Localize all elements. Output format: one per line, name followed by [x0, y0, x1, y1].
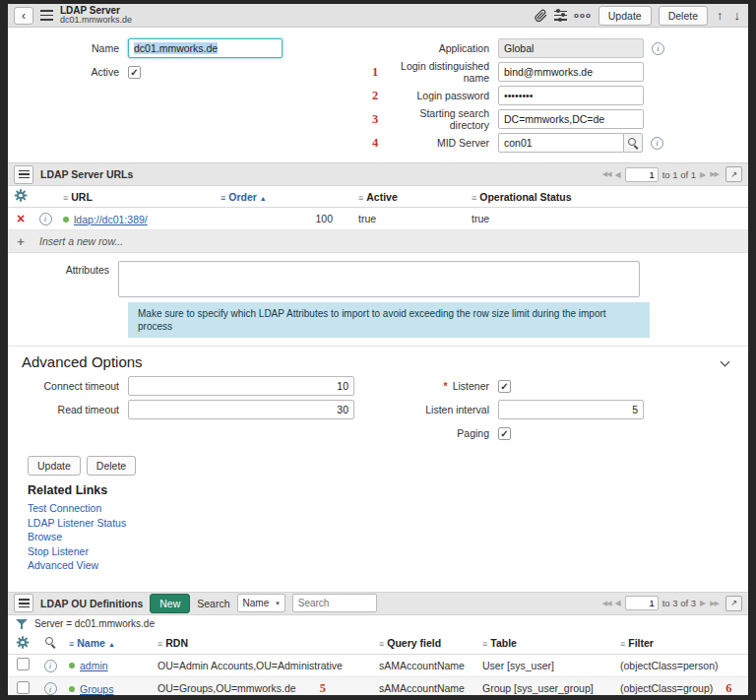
- row-info-icon[interactable]: i: [44, 682, 57, 695]
- ou-list-expand-button[interactable]: ↗: [725, 596, 742, 611]
- listen-interval-label: Listen interval: [388, 404, 498, 415]
- first-page-icon[interactable]: ◀◀: [602, 600, 611, 607]
- mid-server-info-icon[interactable]: i: [651, 137, 663, 150]
- column-menu-icon[interactable]: ≡: [158, 639, 162, 649]
- ou-name-link[interactable]: admin: [80, 660, 108, 671]
- ou-name-link[interactable]: Groups: [80, 683, 113, 695]
- urls-list-header: LDAP Server URLs ◀◀ ◀ to 1 of 1 ▶ ▶▶ ↗: [8, 162, 748, 186]
- row-checkbox[interactable]: [17, 658, 30, 670]
- order-column-header[interactable]: ≡Order▲: [215, 186, 352, 208]
- ou-list-title: LDAP OU Definitions: [40, 598, 143, 609]
- listener-checkbox[interactable]: ✓: [498, 380, 511, 393]
- row-checkbox[interactable]: [17, 681, 30, 694]
- advanced-options-header[interactable]: Advanced Options: [8, 347, 748, 370]
- search-label: Search: [197, 598, 229, 609]
- status-dot-icon: [63, 217, 69, 223]
- application-info-icon[interactable]: i: [652, 42, 664, 55]
- mid-server-lookup-button[interactable]: [623, 133, 643, 153]
- update-button[interactable]: Update: [598, 6, 652, 26]
- form-title-block: LDAP Server dc01.mmworks.de: [60, 5, 132, 26]
- prev-page-icon[interactable]: ◀: [615, 599, 621, 607]
- delete-row-icon[interactable]: ×: [17, 211, 25, 226]
- add-row-icon[interactable]: +: [17, 234, 25, 249]
- prev-page-icon[interactable]: ◀: [615, 170, 621, 179]
- link-advanced-view[interactable]: Advanced View: [28, 559, 748, 572]
- row-info-icon[interactable]: i: [39, 213, 52, 225]
- ldap-server-urls-list: LDAP Server URLs ◀◀ ◀ to 1 of 1 ▶ ▶▶ ↗ ≡…: [8, 162, 748, 253]
- next-page-icon[interactable]: ▶: [700, 599, 706, 607]
- urls-list-expand-button[interactable]: ↗: [725, 166, 742, 182]
- first-page-icon[interactable]: ◀◀: [602, 170, 611, 178]
- connect-timeout-label: Connect timeout: [18, 380, 128, 392]
- search-field-select[interactable]: Name ▾: [237, 594, 285, 612]
- attachment-icon[interactable]: [535, 9, 547, 23]
- annotation-4: 4: [362, 136, 388, 151]
- delete-button[interactable]: Delete: [659, 6, 708, 26]
- next-page-icon[interactable]: ▶: [700, 170, 706, 179]
- filter-column-header[interactable]: ≡Filter: [614, 633, 748, 655]
- paging-checkbox[interactable]: ✓: [498, 427, 511, 440]
- link-browse[interactable]: Browse: [28, 531, 748, 543]
- new-button[interactable]: New: [150, 594, 190, 613]
- filter-cell: (objectClass=group)6: [614, 676, 748, 695]
- listen-interval-input[interactable]: [498, 400, 644, 419]
- gear-icon[interactable]: [17, 636, 30, 649]
- expand-icon: ↗: [730, 170, 737, 179]
- back-button[interactable]: ‹: [14, 7, 33, 25]
- search-icon[interactable]: [44, 636, 56, 648]
- read-timeout-input[interactable]: [128, 400, 354, 419]
- gear-icon[interactable]: [15, 189, 28, 202]
- chevron-down-icon[interactable]: [721, 357, 730, 367]
- column-menu-icon[interactable]: ≡: [220, 193, 225, 203]
- delete-button-bottom[interactable]: Delete: [87, 456, 136, 476]
- table-column-header[interactable]: ≡Table: [476, 633, 614, 655]
- url-column-header[interactable]: ≡URL: [57, 186, 215, 208]
- link-stop-listener[interactable]: Stop Listener: [28, 545, 748, 558]
- mid-server-input[interactable]: [498, 133, 624, 153]
- column-menu-icon[interactable]: ≡: [69, 639, 74, 649]
- insert-row[interactable]: + Insert a new row...: [8, 230, 748, 253]
- search-input[interactable]: [292, 594, 377, 612]
- active-column-header[interactable]: ≡Active: [352, 186, 466, 208]
- insert-row-label[interactable]: Insert a new row...: [33, 230, 748, 253]
- status-column-header[interactable]: ≡Operational Status: [466, 186, 748, 208]
- active-checkbox[interactable]: ✓: [128, 66, 141, 79]
- column-menu-icon[interactable]: ≡: [358, 193, 363, 203]
- filter-icon[interactable]: [16, 618, 28, 630]
- url-link[interactable]: ldap://dc01:389/: [74, 214, 148, 225]
- connect-timeout-input[interactable]: [128, 376, 354, 396]
- attributes-textarea[interactable]: [118, 261, 640, 297]
- link-ldap-listener-status[interactable]: LDAP Listener Status: [28, 517, 748, 530]
- query-field-column-header[interactable]: ≡Query field: [373, 633, 476, 655]
- last-page-icon[interactable]: ▶▶: [710, 170, 719, 178]
- personalize-form-icon[interactable]: [554, 10, 567, 22]
- column-menu-icon[interactable]: ≡: [620, 639, 625, 649]
- column-menu-icon[interactable]: ≡: [379, 639, 384, 649]
- name-input[interactable]: dc01.mmworks.de: [128, 38, 283, 58]
- attributes-section: Attributes Make sure to specify which LD…: [8, 253, 748, 338]
- scroll-down-icon[interactable]: ↓: [732, 8, 743, 23]
- row-info-icon[interactable]: i: [44, 660, 57, 672]
- check-icon: ✓: [500, 381, 508, 392]
- rdn-column-header[interactable]: ≡RDN: [152, 633, 373, 655]
- login-password-input[interactable]: [498, 86, 644, 105]
- form-header: ‹ LDAP Server dc01.mmworks.de ooo Update…: [8, 4, 748, 28]
- name-column-header[interactable]: ≡Name▲: [63, 633, 152, 655]
- page-number-input[interactable]: [625, 596, 659, 610]
- page-number-input[interactable]: [625, 167, 659, 182]
- last-page-icon[interactable]: ▶▶: [710, 600, 719, 607]
- more-options-icon[interactable]: ooo: [574, 11, 592, 20]
- login-dn-input[interactable]: [498, 62, 644, 82]
- search-field-value: Name: [243, 598, 270, 608]
- scroll-up-icon[interactable]: ↑: [715, 8, 725, 23]
- column-menu-icon[interactable]: ≡: [63, 193, 68, 203]
- search-directory-input[interactable]: [498, 109, 644, 129]
- filter-condition[interactable]: Server = dc01.mmworks.de: [34, 618, 155, 629]
- column-menu-icon[interactable]: ≡: [482, 639, 487, 649]
- ou-list-context-menu-icon[interactable]: [14, 594, 33, 612]
- column-menu-icon[interactable]: ≡: [472, 193, 476, 203]
- update-button-bottom[interactable]: Update: [28, 456, 81, 476]
- link-test-connection[interactable]: Test Connection: [28, 502, 748, 515]
- urls-list-context-menu-icon[interactable]: [14, 165, 33, 184]
- form-context-menu-icon[interactable]: [40, 10, 53, 21]
